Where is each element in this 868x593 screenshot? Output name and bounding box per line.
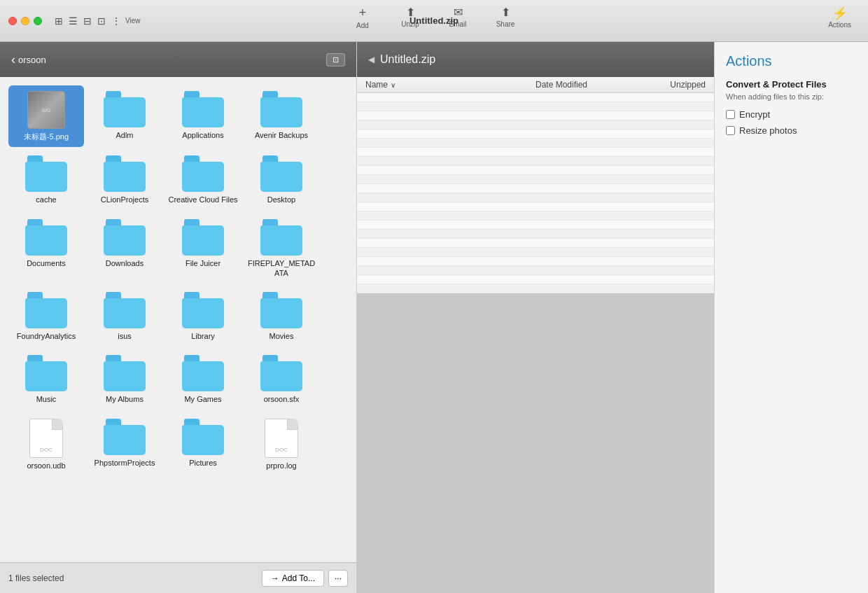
file-name-label: isus: [118, 331, 132, 341]
list-item[interactable]: FoundryAnalytics: [8, 286, 84, 347]
table-row[interactable]: [357, 275, 714, 284]
add-to-button[interactable]: → Add To...: [262, 570, 324, 587]
list-item[interactable]: File Juicer: [165, 214, 241, 284]
list-item[interactable]: orsoon.sfx: [244, 349, 319, 410]
list-item[interactable]: Downloads: [87, 214, 162, 284]
folder-icon: [104, 155, 146, 192]
file-name-label: CLionProjects: [101, 195, 148, 204]
table-row[interactable]: [357, 175, 714, 184]
file-name-label: Movies: [270, 331, 294, 341]
share-button[interactable]: ⬆ Share: [491, 6, 519, 29]
file-name-label: FoundryAnalytics: [17, 331, 76, 341]
folder-icon: [104, 419, 146, 455]
resize-checkbox[interactable]: [726, 126, 735, 135]
folder-icon: [182, 292, 224, 328]
table-row[interactable]: [357, 111, 714, 120]
minimize-button[interactable]: [21, 17, 29, 25]
unzip-icon: ⬆: [406, 6, 415, 19]
actions-section-title: Convert & Protect Files: [726, 79, 857, 90]
back-button[interactable]: ‹ orsoon: [11, 53, 46, 67]
file-name-label: File Juicer: [186, 258, 220, 268]
more-view-icon[interactable]: ⋮: [110, 14, 122, 28]
list-item[interactable]: Pictures: [165, 413, 241, 476]
folder-icon: [25, 355, 67, 391]
table-row[interactable]: [357, 221, 714, 230]
table-row[interactable]: [357, 248, 714, 257]
actions-icon: ⚡: [832, 6, 848, 21]
file-name-label: Creative Cloud Files: [168, 195, 237, 204]
table-row[interactable]: [357, 102, 714, 111]
table-row[interactable]: [357, 93, 714, 102]
table-row[interactable]: [357, 148, 714, 157]
list-item[interactable]: DOC orsoon.udb: [8, 413, 84, 476]
table-row[interactable]: [357, 202, 714, 211]
list-item[interactable]: Avenir Backups: [244, 85, 319, 147]
add-button[interactable]: + Add: [349, 6, 377, 29]
list-item[interactable]: PhpstormProjects: [87, 413, 162, 476]
zip-title: Untitled.zip: [380, 53, 435, 66]
table-row[interactable]: [357, 193, 714, 202]
list-item[interactable]: Desktop: [244, 150, 319, 210]
list-item[interactable]: Creative Cloud Files: [165, 150, 241, 210]
table-row[interactable]: [357, 157, 714, 166]
unzip-label: Unzip: [401, 20, 419, 28]
list-item[interactable]: IMG 未标题-5.png: [8, 85, 84, 147]
grid-view-icon[interactable]: ⊞: [53, 14, 64, 28]
table-row[interactable]: [357, 166, 714, 175]
email-button[interactable]: ✉ Email: [444, 6, 472, 29]
file-name-label: cache: [36, 195, 56, 204]
table-row[interactable]: [357, 184, 714, 193]
folder-icon: [104, 91, 146, 127]
table-row[interactable]: [357, 284, 714, 293]
table-row[interactable]: [357, 120, 714, 130]
file-name-label: My Albums: [106, 394, 144, 404]
table-row[interactable]: [357, 130, 714, 139]
table-row[interactable]: [357, 139, 714, 148]
column-date[interactable]: Date Modified: [536, 80, 649, 90]
file-name-label: orsoon.sfx: [264, 394, 300, 404]
list-item[interactable]: isus: [87, 286, 162, 347]
folder-icon: [260, 292, 302, 328]
close-button[interactable]: [8, 17, 17, 25]
encrypt-checkbox[interactable]: [726, 110, 735, 119]
actions-toolbar[interactable]: ⚡ Actions: [828, 6, 851, 29]
view-toggle-button[interactable]: ⊡: [326, 53, 345, 67]
list-view-icon[interactable]: ☰: [67, 14, 79, 28]
zip-header: ◀ Untitled.zip: [357, 42, 714, 77]
list-item[interactable]: Music: [8, 349, 84, 410]
file-name-label: Library: [191, 331, 215, 341]
list-item[interactable]: DOC prpro.log: [244, 413, 319, 476]
list-item[interactable]: CLionProjects: [87, 150, 162, 210]
list-item[interactable]: Movies: [244, 286, 319, 347]
list-item[interactable]: Library: [165, 286, 241, 347]
table-row[interactable]: [357, 230, 714, 239]
list-item[interactable]: Documents: [8, 214, 84, 284]
list-item[interactable]: Adlm: [87, 85, 162, 147]
column-view-icon[interactable]: ⊟: [82, 14, 93, 28]
zip-nav-back[interactable]: ◀: [368, 55, 374, 64]
list-item[interactable]: Applications: [165, 85, 241, 147]
unzip-button[interactable]: ⬆ Unzip: [396, 6, 424, 29]
maximize-button[interactable]: [34, 17, 42, 25]
traffic-lights: [0, 17, 42, 25]
list-item[interactable]: FIREPLAY_METADATA: [244, 214, 319, 284]
list-item[interactable]: My Albums: [87, 349, 162, 410]
file-grid: IMG 未标题-5.png Adlm Applications Avenir B…: [0, 77, 356, 562]
list-item[interactable]: My Games: [165, 349, 241, 410]
table-row[interactable]: [357, 266, 714, 275]
resize-row: Resize photos: [726, 125, 857, 136]
actions-label: Actions: [828, 21, 851, 29]
folder-icon: [182, 355, 224, 391]
table-row[interactable]: [357, 211, 714, 221]
column-name[interactable]: Name ∨: [365, 80, 536, 90]
encrypt-label[interactable]: Encrypt: [739, 109, 770, 120]
more-options-button[interactable]: ···: [328, 570, 348, 587]
view-label: View: [125, 17, 141, 25]
back-label: orsoon: [18, 55, 46, 65]
list-item[interactable]: cache: [8, 150, 84, 210]
gallery-view-icon[interactable]: ⊡: [96, 14, 107, 28]
resize-label[interactable]: Resize photos: [739, 125, 797, 136]
table-row[interactable]: [357, 239, 714, 248]
table-row[interactable]: [357, 257, 714, 266]
zip-table-header: Name ∨ Date Modified Unzipped: [357, 77, 714, 93]
